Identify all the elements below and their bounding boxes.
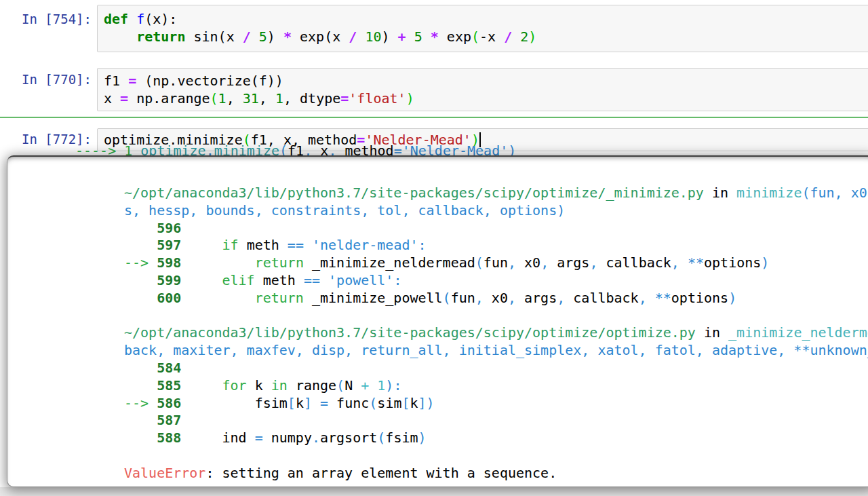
traceback-clipped-line: ----> 1 optimize.minimize(f1, x, method=… [75,145,865,155]
traceback-text: ~/opt/anaconda3/lib/python3.7/site-packa… [124,185,868,482]
code-line: 588 ind = numpy.argsort(fsim) [124,430,868,447]
code-line: --> 586 fsim[k] = func(sim[k]) [124,395,868,413]
code-line [124,307,868,325]
code-line: ~/opt/anaconda3/lib/python3.7/site-packa… [124,185,868,202]
code-line: 584 [124,360,868,377]
code-line: 585 for k in range(N + 1): [124,377,868,395]
traceback-output-panel[interactable]: ~/opt/anaconda3/lib/python3.7/site-packa… [7,155,868,487]
code-line: f1 = (np.vectorize(f)) [104,72,868,90]
selected-cell-edit-border [0,117,868,118]
code-line: x = np.arange(1, 31, 1, dtype='float') [104,90,868,107]
code-line: def f(x): [104,10,868,28]
code-line: 599 elif meth == 'powell': [124,272,868,290]
notebook-page: In [754]: def f(x): return sin(x / 5) * … [0,0,868,496]
code-line: --> 598 return _minimize_neldermead(fun,… [124,254,868,272]
code-line: 596 [124,220,868,237]
code-line: 587 [124,412,868,430]
code-line: ~/opt/anaconda3/lib/python3.7/site-packa… [124,324,868,342]
code-line: return sin(x / 5) * exp(x / 10) + 5 * ex… [104,28,868,45]
code-line: back, maxiter, maxfev, disp, return_all,… [124,342,868,360]
code-line: 597 if meth == 'nelder-mead': [124,237,868,254]
code-cell-input-770[interactable]: f1 = (np.vectorize(f))x = np.arange(1, 3… [97,68,868,111]
code-line [124,447,868,465]
code-line: ----> 1 optimize.minimize(f1, x, method=… [75,145,865,155]
input-prompt-770: In [770]: [0,71,92,88]
code-line: s, hessp, bounds, constraints, tol, call… [124,202,868,220]
input-prompt-754: In [754]: [0,10,92,28]
page-bottom-strip [0,487,868,496]
code-line: ValueError: setting an array element wit… [124,465,868,482]
code-cell-input-754[interactable]: def f(x): return sin(x / 5) * exp(x / 10… [97,5,868,52]
code-line: 600 return _minimize_powell(fun, x0, arg… [124,290,868,307]
